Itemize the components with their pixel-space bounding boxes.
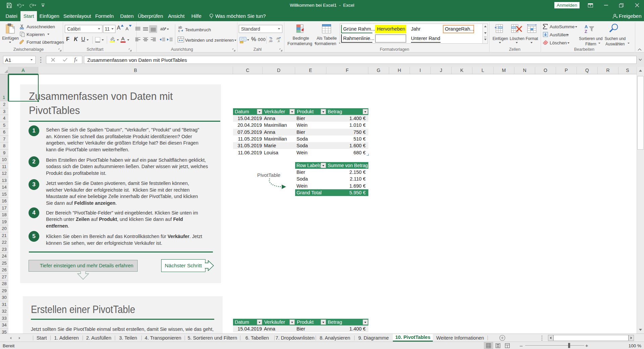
svg-text:A: A xyxy=(585,24,588,29)
svg-text:,0: ,0 xyxy=(277,40,280,42)
svg-text:ab: ab xyxy=(160,27,165,31)
svg-text:c: c xyxy=(178,29,180,32)
svg-text:Z: Z xyxy=(585,29,587,33)
svg-text:,00: ,00 xyxy=(269,40,273,42)
svg-text:≠: ≠ xyxy=(302,27,304,32)
